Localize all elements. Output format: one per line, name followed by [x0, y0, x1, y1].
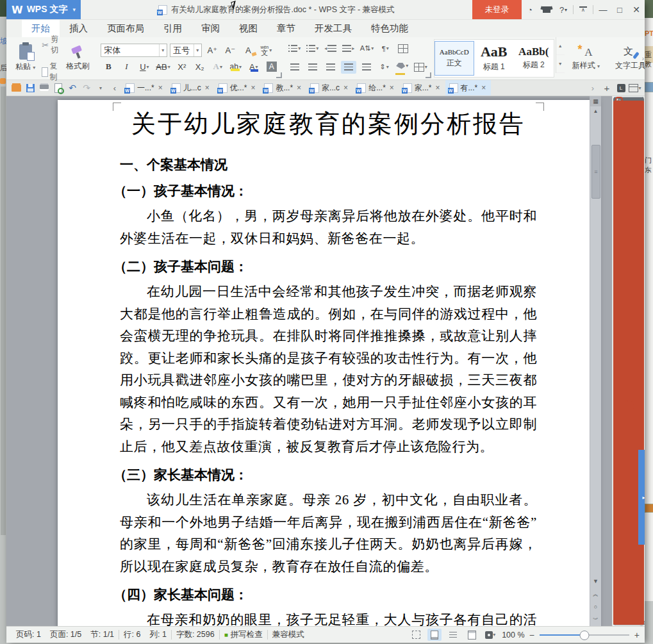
help-button[interactable]: ?▾ [555, 0, 572, 19]
vertical-scrollbar[interactable]: ▦ ▲ ≡ ▼ ︽ ○ ︾ [590, 96, 601, 626]
italic-button[interactable]: I [119, 60, 134, 73]
scroll-up-button[interactable]: ▲ [590, 106, 601, 116]
document-tab[interactable]: 一...* × [122, 80, 168, 95]
zoom-in-button[interactable]: + [634, 630, 640, 640]
close-tab-icon[interactable]: × [434, 83, 441, 92]
status-item[interactable]: 字数: 2596 [171, 630, 219, 640]
superscript-button[interactable]: X² [174, 60, 190, 73]
bullets-button[interactable]: ▾ [287, 42, 302, 55]
status-item[interactable]: 页码: 1 [12, 630, 45, 640]
subscript-button[interactable]: X₂ [192, 60, 208, 73]
insert-table-button[interactable] [395, 42, 411, 55]
collapsed-panel-tab[interactable]: ▸ [638, 450, 645, 545]
zoom-slider[interactable] [540, 631, 629, 640]
new-document-tab-button[interactable]: + [600, 81, 614, 95]
gallery-up-button[interactable]: ▲ [556, 37, 565, 55]
close-tab-icon[interactable]: × [295, 83, 302, 92]
ribbon-tab[interactable]: 审阅 [192, 20, 229, 37]
fit-view-button[interactable] [409, 629, 423, 641]
status-item[interactable]: 列: 1 [145, 630, 170, 640]
line-spacing-button[interactable]: ⇕▾ [377, 61, 392, 74]
open-button[interactable] [9, 81, 23, 95]
copy-button[interactable]: 复制 [39, 60, 62, 84]
bold-button[interactable]: B [101, 60, 116, 73]
document-tab[interactable]: 优...* × [215, 80, 261, 95]
maximize-button[interactable]: □ [611, 0, 628, 19]
align-right-button[interactable] [323, 61, 338, 74]
zoom-out-button[interactable]: − [529, 630, 534, 640]
previous-page-button[interactable]: ︽ [590, 588, 601, 600]
close-tab-icon[interactable]: × [480, 83, 487, 92]
document-tab[interactable]: 儿...c × [168, 80, 215, 95]
distribute-button[interactable] [359, 61, 374, 74]
document-tab[interactable]: 教...* × [260, 80, 306, 95]
paragraph-dialog-launcher[interactable] [426, 72, 431, 78]
tab-list-button[interactable]: ▾ [628, 81, 642, 95]
gallery-down-button[interactable]: ▼ [556, 55, 565, 73]
new-style-button[interactable]: 新样式 ▾ [568, 44, 604, 72]
font-dialog-launcher[interactable] [276, 72, 282, 78]
redo-button[interactable]: ↷ [79, 81, 94, 95]
ruler-toggle-icon[interactable]: ▦ [590, 96, 601, 106]
underline-button[interactable]: U▾ [136, 60, 152, 73]
font-color-button[interactable]: A▾ [246, 60, 261, 73]
web-view-button[interactable] [465, 629, 479, 641]
align-center-button[interactable] [305, 61, 320, 74]
decrease-indent-button[interactable]: ◂ [323, 42, 338, 55]
style-item[interactable]: AaB 标题 1 [474, 41, 514, 76]
status-item[interactable]: 页面: 1/5 [45, 630, 86, 640]
ribbon-tab[interactable]: 章节 [267, 20, 305, 37]
zoom-slider-thumb[interactable] [579, 631, 589, 640]
zoom-value[interactable]: 100 % [502, 631, 524, 640]
more-tools-arrow[interactable]: › [642, 55, 644, 62]
document-tab[interactable]: 家...c × [306, 80, 353, 95]
ribbon-tab[interactable]: 特色功能 [361, 20, 418, 37]
justify-button[interactable] [341, 61, 356, 74]
status-item[interactable]: 行: 6 [119, 630, 145, 640]
tabs-scroll-right-button[interactable]: › [586, 81, 600, 95]
style-item[interactable]: AaBbCcD 正文 [434, 41, 474, 76]
shading-button[interactable]: ▾ [395, 60, 410, 75]
sync-icon[interactable]: ◔ [522, 0, 538, 19]
save-button[interactable] [23, 81, 37, 95]
grow-font-button[interactable]: A⁺ [204, 44, 220, 57]
borders-button[interactable]: ▾ [413, 61, 429, 74]
eye-protect-button[interactable]: ▾ [483, 629, 497, 641]
font-size-select[interactable]: 五号▾ [170, 44, 202, 57]
sidebar-item[interactable]: 工具 [613, 393, 645, 427]
increase-indent-button[interactable]: ▸ [341, 42, 356, 55]
ribbon-tab[interactable]: 页面布局 [97, 20, 154, 37]
document-tab[interactable]: 给...* × [353, 80, 399, 95]
pinyin-guide-button[interactable]: wén文 ▾ [258, 44, 274, 57]
font-name-select[interactable]: 宋体▾ [101, 44, 167, 57]
paragraph-layout-button[interactable]: ¶▾ [377, 42, 393, 55]
cut-button[interactable]: ✂剪切 [39, 33, 62, 57]
document-tab[interactable]: 家...* × [399, 80, 445, 95]
history-button[interactable]: L [614, 81, 628, 95]
close-tab-icon[interactable]: × [249, 83, 256, 92]
char-shading-button[interactable]: A [264, 60, 279, 73]
select-browse-object-button[interactable]: ○ [590, 600, 601, 613]
close-tab-icon[interactable]: × [204, 83, 211, 92]
scroll-down-button[interactable]: ▼ [590, 575, 601, 588]
page-view-button[interactable] [427, 629, 442, 641]
status-item[interactable]: 兼容模式 [267, 630, 309, 640]
ribbon-tab[interactable]: 视图 [229, 20, 267, 37]
close-button[interactable]: ✕ [628, 0, 645, 19]
minimize-button[interactable]: — [595, 0, 611, 19]
document-tab[interactable]: 有...* × [445, 80, 492, 95]
style-item[interactable]: AaBb( 标题 2 [514, 41, 554, 76]
document-page[interactable]: 关于幼儿家庭教育的案例分析报告一、个案基本情况（一）孩子基本情况：小鱼（化名），… [58, 100, 599, 626]
next-page-button[interactable]: ︾ [590, 613, 601, 626]
quick-toolbar-dropdown[interactable]: ▾ [94, 81, 108, 95]
close-tab-icon[interactable]: × [342, 83, 349, 92]
ribbon-tab[interactable]: 开发工具 [305, 20, 361, 37]
outline-view-button[interactable] [446, 629, 460, 641]
skin-icon[interactable] [538, 0, 555, 19]
status-item[interactable]: 节: 1/1 [86, 630, 119, 640]
char-scale-button[interactable]: A⇅▾ [359, 42, 376, 55]
ribbon-tab[interactable]: 引用 [154, 20, 192, 37]
close-tab-icon[interactable]: × [157, 83, 164, 92]
undo-button[interactable]: ↶ [65, 81, 79, 95]
login-button[interactable]: 未登录 [472, 0, 522, 19]
